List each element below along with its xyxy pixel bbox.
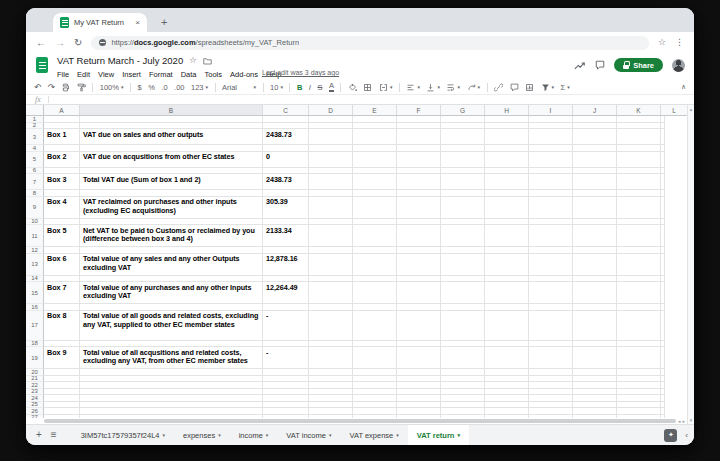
- cell[interactable]: [441, 152, 485, 168]
- menu-item[interactable]: Add-ons: [230, 70, 258, 79]
- menu-item[interactable]: View: [98, 70, 114, 79]
- cell[interactable]: [485, 347, 529, 369]
- cell[interactable]: [661, 347, 665, 369]
- cell-b[interactable]: Total value of all acqusitions and relat…: [80, 347, 263, 369]
- paint-format-icon[interactable]: [77, 83, 86, 92]
- cell[interactable]: [353, 129, 397, 145]
- cell[interactable]: [397, 152, 441, 168]
- font-size-select[interactable]: 10▾: [270, 83, 283, 92]
- cell-b[interactable]: Total value of any sales and any other O…: [80, 254, 263, 276]
- column-header[interactable]: F: [397, 105, 441, 116]
- cell[interactable]: [661, 129, 665, 145]
- cell[interactable]: [617, 197, 661, 219]
- cell[interactable]: [661, 311, 665, 341]
- cell[interactable]: [617, 174, 661, 190]
- cell[interactable]: [441, 197, 485, 219]
- cell[interactable]: [573, 347, 617, 369]
- cell-c[interactable]: -: [263, 311, 309, 341]
- cell-c[interactable]: 2438.73: [263, 174, 309, 190]
- cell-c[interactable]: 12,878.16: [263, 254, 309, 276]
- browser-tab[interactable]: My VAT Return ×: [53, 13, 147, 32]
- menu-item[interactable]: Data: [181, 70, 197, 79]
- sheet-tab-menu-icon[interactable]: ▾: [329, 433, 332, 438]
- cell[interactable]: [309, 174, 353, 190]
- cell[interactable]: [485, 197, 529, 219]
- add-sheet-icon[interactable]: +: [36, 430, 42, 440]
- row-header[interactable]: 17: [26, 311, 44, 341]
- cell-a[interactable]: Box 6: [44, 254, 80, 276]
- sheet-tab-menu-icon[interactable]: ▾: [218, 433, 221, 438]
- column-header[interactable]: G: [441, 105, 485, 116]
- cell[interactable]: [485, 311, 529, 341]
- cell[interactable]: [353, 152, 397, 168]
- column-header[interactable]: I: [529, 105, 573, 116]
- column-header[interactable]: E: [353, 105, 397, 116]
- site-info-icon[interactable]: [99, 39, 106, 46]
- cell[interactable]: [617, 225, 661, 247]
- cell-a[interactable]: Box 9: [44, 347, 80, 369]
- cell-c[interactable]: 2438.73: [263, 129, 309, 145]
- sheet-tab[interactable]: VAT return ▾: [408, 425, 469, 445]
- scroll-up-icon[interactable]: ▴: [690, 106, 693, 112]
- cell[interactable]: [573, 254, 617, 276]
- cell[interactable]: [353, 311, 397, 341]
- menu-item[interactable]: Insert: [122, 70, 141, 79]
- text-color-button[interactable]: A: [329, 82, 334, 92]
- menu-item[interactable]: Edit: [77, 70, 90, 79]
- cell[interactable]: [397, 129, 441, 145]
- cell[interactable]: [485, 282, 529, 304]
- horizontal-align-button[interactable]: ▾: [406, 83, 420, 92]
- tab-close-icon[interactable]: ×: [135, 19, 140, 27]
- cell[interactable]: [617, 282, 661, 304]
- explore-button[interactable]: ✦: [664, 429, 677, 442]
- row-header[interactable]: 15: [26, 282, 44, 304]
- functions-button[interactable]: Σ▾: [561, 83, 570, 92]
- menu-item[interactable]: Format: [149, 70, 173, 79]
- cell[interactable]: [573, 174, 617, 190]
- sheets-logo-icon[interactable]: [36, 57, 48, 73]
- cell[interactable]: [617, 152, 661, 168]
- cell[interactable]: [617, 254, 661, 276]
- print-icon[interactable]: [61, 83, 70, 92]
- redo-icon[interactable]: ↷: [48, 83, 55, 92]
- row-header[interactable]: 9: [26, 197, 44, 219]
- cell[interactable]: [573, 129, 617, 145]
- document-title[interactable]: VAT Return March - July 2020: [57, 55, 183, 66]
- cell[interactable]: [529, 282, 573, 304]
- cell[interactable]: [397, 282, 441, 304]
- cell[interactable]: [661, 254, 665, 276]
- cell[interactable]: [309, 254, 353, 276]
- cell[interactable]: [309, 152, 353, 168]
- cell[interactable]: [661, 282, 665, 304]
- cell[interactable]: [353, 174, 397, 190]
- cell[interactable]: [397, 311, 441, 341]
- bold-button[interactable]: B: [297, 83, 302, 92]
- text-rotation-button[interactable]: ▾: [467, 83, 481, 92]
- cell[interactable]: [573, 311, 617, 341]
- cell-b[interactable]: VAT reclaimed on purchases and other inp…: [80, 197, 263, 219]
- cell-b[interactable]: VAT due on sales and other outputs: [80, 129, 263, 145]
- cell[interactable]: [617, 129, 661, 145]
- sheet-tab-menu-icon[interactable]: ▾: [457, 433, 460, 438]
- move-folder-icon[interactable]: [203, 57, 212, 65]
- cell[interactable]: [573, 225, 617, 247]
- comment-history-icon[interactable]: [595, 60, 605, 70]
- scroll-tabs-left-icon[interactable]: ‹: [685, 431, 688, 440]
- row-header[interactable]: 5: [26, 152, 44, 168]
- sheet-tab-menu-icon[interactable]: ▾: [266, 433, 269, 438]
- row-header[interactable]: 19: [26, 347, 44, 369]
- last-edit-link[interactable]: Last edit was 3 days ago: [262, 69, 339, 76]
- merge-cells-button[interactable]: ▾: [379, 83, 393, 92]
- format-currency-button[interactable]: $: [137, 83, 141, 92]
- cell[interactable]: [573, 197, 617, 219]
- insert-chart-icon[interactable]: [525, 83, 534, 92]
- cell[interactable]: [309, 129, 353, 145]
- cell-c[interactable]: 12,264.49: [263, 282, 309, 304]
- column-header[interactable]: B: [80, 105, 263, 116]
- cell-c[interactable]: 2133.34: [263, 225, 309, 247]
- cell[interactable]: [529, 129, 573, 145]
- cell-c[interactable]: 305.39: [263, 197, 309, 219]
- cell[interactable]: [529, 174, 573, 190]
- sheet-tab-menu-icon[interactable]: ▾: [396, 433, 399, 438]
- browser-menu-icon[interactable]: ⋮: [675, 38, 684, 47]
